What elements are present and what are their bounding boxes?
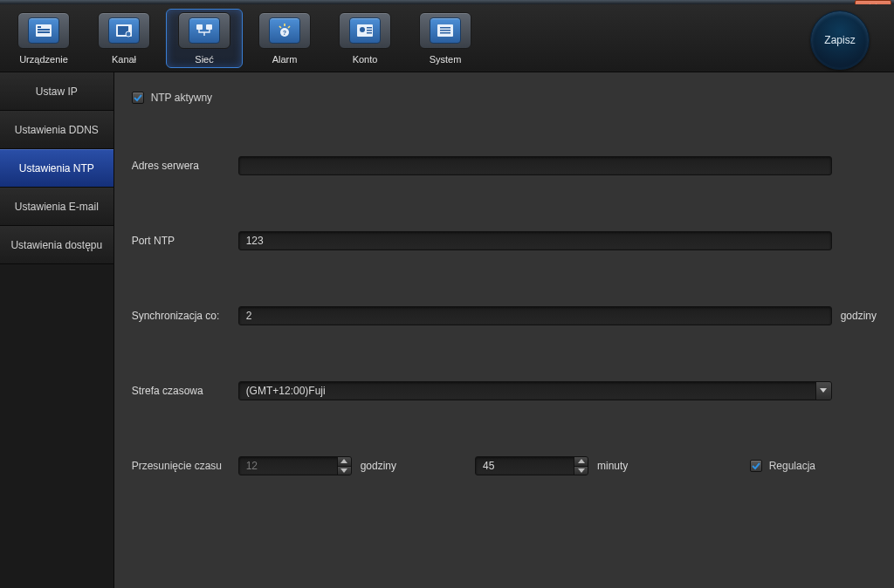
channel-icon (98, 12, 150, 49)
offset-minutes-unit: minuty (597, 460, 628, 472)
chevron-down-icon[interactable] (815, 382, 831, 400)
sidebar-item-access[interactable]: Ustawienia dostępu (0, 226, 113, 264)
spinner-down-icon[interactable] (574, 467, 588, 475)
ntp-active-checkbox[interactable] (132, 92, 144, 104)
sidebar-item-email[interactable]: Ustawienia E-mail (0, 188, 113, 226)
tab-label: System (430, 54, 462, 65)
main-toolbar: Urządzenie Kanał Sieć ? Alarm Konto Syst… (0, 4, 894, 72)
content-panel: NTP aktywny Adres serwera Port NTP Synch… (114, 72, 894, 588)
sync-unit-label: godziny (841, 310, 877, 322)
server-address-input[interactable] (238, 156, 832, 175)
network-icon (178, 12, 230, 49)
svg-rect-13 (367, 27, 372, 29)
regulation-checkbox[interactable] (750, 460, 762, 472)
spinner-up-icon[interactable] (337, 457, 351, 467)
tab-label: Alarm (272, 54, 298, 65)
tab-system[interactable]: System (407, 9, 484, 68)
svg-point-12 (360, 27, 365, 32)
regulation-label: Regulacja (769, 460, 815, 472)
sidebar-item-ip[interactable]: Ustaw IP (0, 72, 113, 111)
svg-rect-18 (440, 30, 450, 31)
sidebar: Ustaw IP Ustawienia DDNS Ustawienia NTP … (0, 72, 114, 588)
tab-label: Sieć (195, 54, 213, 65)
svg-rect-19 (440, 32, 450, 34)
sidebar-item-label: Ustawienia DDNS (15, 124, 99, 136)
sidebar-item-label: Ustawienia NTP (19, 162, 94, 174)
tab-device[interactable]: Urządzenie (5, 9, 82, 68)
svg-rect-2 (38, 29, 50, 31)
tab-label: Urządzenie (19, 54, 68, 65)
svg-rect-15 (367, 32, 372, 34)
sidebar-item-ntp[interactable]: Ustawienia NTP (0, 149, 113, 188)
ntp-active-row: NTP aktywny (132, 92, 877, 104)
regulation-group: Regulacja (750, 460, 877, 472)
sync-row: Synchronizacja co: godziny (132, 306, 877, 325)
save-button-label: Zapisz (824, 34, 855, 46)
check-icon (134, 93, 142, 102)
main-area: Ustaw IP Ustawienia DDNS Ustawienia NTP … (0, 72, 894, 588)
ntp-active-label: NTP aktywny (151, 92, 212, 104)
check-icon (752, 462, 760, 470)
timezone-value[interactable] (238, 381, 832, 400)
tab-label: Kanał (112, 54, 136, 65)
sidebar-item-label: Ustawienia dostępu (10, 239, 102, 251)
port-row: Port NTP (132, 231, 877, 250)
tab-alarm[interactable]: ? Alarm (246, 9, 323, 68)
spinner-up-icon[interactable] (574, 457, 588, 467)
timezone-select[interactable] (238, 381, 832, 400)
svg-rect-1 (38, 26, 41, 28)
svg-rect-14 (367, 30, 372, 31)
ntp-port-input[interactable] (238, 231, 832, 250)
offset-hours-group: godziny (238, 456, 396, 475)
tab-account[interactable]: Konto (327, 9, 403, 68)
sidebar-item-label: Ustaw IP (36, 85, 78, 98)
spinner-down-icon[interactable] (337, 467, 351, 475)
svg-text:?: ? (283, 30, 286, 36)
offset-hours-unit: godziny (361, 460, 396, 472)
timezone-label: Strefa czasowa (132, 385, 238, 397)
device-icon (17, 12, 70, 49)
server-label: Adres serwera (132, 160, 238, 172)
svg-rect-3 (38, 31, 50, 33)
port-label: Port NTP (132, 235, 238, 247)
offset-label: Przesunięcie czasu (132, 460, 238, 472)
sync-interval-input[interactable] (238, 306, 832, 325)
svg-rect-8 (206, 24, 212, 30)
time-offset-row: Przesunięcie czasu godziny (132, 456, 877, 475)
svg-point-6 (126, 31, 131, 37)
sidebar-item-label: Ustawienia E-mail (15, 201, 99, 213)
offset-minutes-input[interactable] (475, 456, 588, 475)
svg-rect-17 (440, 27, 450, 29)
sidebar-item-ddns[interactable]: Ustawienia DDNS (0, 111, 113, 149)
offset-hours-input[interactable] (238, 456, 352, 475)
system-icon (419, 12, 471, 49)
svg-rect-7 (196, 24, 203, 30)
tab-network[interactable]: Sieć (166, 9, 243, 68)
account-icon (339, 12, 391, 49)
save-button[interactable]: Zapisz (810, 10, 870, 70)
server-row: Adres serwera (132, 156, 877, 175)
tab-label: Konto (353, 54, 378, 65)
sync-label: Synchronizacja co: (132, 310, 238, 322)
timezone-row: Strefa czasowa (132, 381, 877, 400)
tab-channel[interactable]: Kanał (86, 9, 162, 68)
offset-minutes-group: minuty (475, 456, 628, 475)
alarm-icon: ? (258, 12, 311, 49)
